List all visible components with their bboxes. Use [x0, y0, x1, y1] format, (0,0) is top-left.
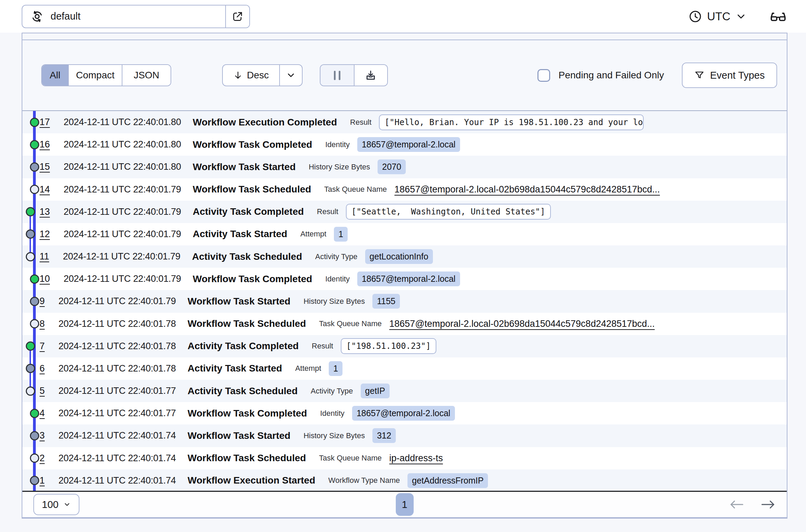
pagination-bar: 100 1: [22, 492, 787, 517]
pager-arrows: [729, 499, 776, 510]
event-status-dot: [30, 319, 39, 329]
event-id-link[interactable]: 8: [40, 319, 45, 329]
event-row[interactable]: 32024-12-11 UTC 22:40:01.74Workflow Task…: [22, 424, 787, 447]
event-row[interactable]: 112024-12-11 UTC 22:40:01.79Activity Tas…: [22, 245, 787, 268]
event-detail-chip: 1155: [372, 294, 400, 309]
previous-page-button[interactable]: [729, 499, 744, 510]
event-status-dot: [30, 185, 39, 194]
event-id-link[interactable]: 15: [40, 162, 50, 172]
event-detail-label: Task Queue Name: [324, 185, 387, 194]
event-detail-chip: 1: [329, 361, 342, 376]
event-row[interactable]: 22024-12-11 UTC 22:40:01.74Workflow Task…: [22, 447, 787, 469]
event-result-box: ["Hello, Brian. Your IP is 198.51.100.23…: [379, 114, 644, 130]
task-queue-link[interactable]: 18657@temporal-2.local-02b698da15044c579…: [394, 184, 660, 195]
event-row[interactable]: 132024-12-11 UTC 22:40:01.79Activity Tas…: [22, 201, 787, 223]
event-row[interactable]: 162024-12-11 UTC 22:40:01.80Workflow Tas…: [22, 133, 787, 156]
event-types-filter-button[interactable]: Event Types: [682, 63, 777, 88]
event-row[interactable]: 102024-12-11 UTC 22:40:01.79Workflow Tas…: [22, 268, 787, 290]
event-history-toolbar: All Compact JSON Desc: [22, 40, 787, 111]
event-detail-chip: 312: [372, 428, 396, 443]
event-id-link[interactable]: 11: [40, 251, 49, 262]
timezone-selector[interactable]: UTC: [688, 10, 747, 23]
namespace-switcher[interactable]: default: [22, 5, 250, 28]
event-name: Activity Task Completed: [187, 341, 298, 352]
event-id-link[interactable]: 6: [40, 363, 45, 374]
event-detail-label: Activity Type: [315, 252, 358, 261]
download-history-button[interactable]: [354, 65, 387, 86]
event-timestamp: 2024-12-11 UTC 22:40:01.78: [58, 341, 176, 352]
event-timestamp: 2024-12-11 UTC 22:40:01.80: [64, 139, 181, 150]
event-row[interactable]: 142024-12-11 UTC 22:40:01.79Workflow Tas…: [22, 178, 787, 201]
event-timestamp: 2024-12-11 UTC 22:40:01.77: [58, 386, 176, 396]
arrow-down-icon: [233, 70, 243, 80]
event-detail-label: Result: [350, 118, 371, 127]
page-size-select[interactable]: 100: [33, 494, 79, 515]
sort-order-dropdown[interactable]: [279, 65, 302, 86]
event-id-link[interactable]: 7: [40, 341, 45, 352]
panel-top-strip: [22, 33, 787, 40]
event-id-link[interactable]: 2: [40, 453, 45, 464]
view-mode-all[interactable]: All: [42, 65, 68, 86]
view-mode-json[interactable]: JSON: [122, 65, 171, 86]
event-detail-label: Identity: [325, 275, 350, 284]
event-status-dot: [30, 431, 39, 440]
event-id-link[interactable]: 9: [40, 296, 45, 307]
event-row[interactable]: 122024-12-11 UTC 22:40:01.79Activity Tas…: [22, 223, 787, 245]
event-row[interactable]: 82024-12-11 UTC 22:40:01.78Workflow Task…: [22, 313, 787, 335]
view-mode-switcher: All Compact JSON: [41, 64, 171, 86]
event-status-dot: [30, 118, 39, 127]
event-status-dot: [26, 252, 35, 261]
pending-failed-checkbox[interactable]: [537, 69, 550, 82]
event-detail-label: Identity: [320, 409, 345, 418]
event-detail-label: Activity Type: [311, 387, 353, 396]
event-row[interactable]: 72024-12-11 UTC 22:40:01.78Activity Task…: [22, 335, 787, 357]
event-id-link[interactable]: 14: [40, 184, 50, 195]
filter-funnel-icon: [694, 70, 705, 80]
event-row[interactable]: 42024-12-11 UTC 22:40:01.77Workflow Task…: [22, 402, 787, 424]
sort-order-button[interactable]: Desc: [223, 65, 279, 86]
event-detail-chip: 2070: [378, 159, 406, 174]
event-row[interactable]: 172024-12-11 UTC 22:40:01.80Workflow Exe…: [22, 111, 787, 133]
event-status-dot: [30, 297, 39, 306]
chevron-down-icon: [735, 11, 747, 22]
next-page-button[interactable]: [761, 499, 776, 510]
event-timestamp: 2024-12-11 UTC 22:40:01.79: [64, 207, 181, 217]
event-status-dot: [30, 274, 39, 284]
event-detail-label: Workflow Type Name: [328, 476, 400, 485]
event-row[interactable]: 12024-12-11 UTC 22:40:01.74Workflow Exec…: [22, 469, 787, 492]
open-namespace-button[interactable]: [225, 5, 249, 27]
event-timestamp: 2024-12-11 UTC 22:40:01.80: [64, 162, 181, 172]
event-name: Workflow Execution Started: [187, 475, 315, 486]
chevron-down-icon: [286, 70, 296, 80]
event-id-link[interactable]: 3: [40, 430, 45, 441]
current-page-indicator[interactable]: 1: [396, 493, 414, 516]
view-mode-compact[interactable]: Compact: [68, 65, 122, 86]
namespace-select[interactable]: default: [22, 5, 225, 27]
event-row[interactable]: 62024-12-11 UTC 22:40:01.78Activity Task…: [22, 357, 787, 380]
pending-failed-label: Pending and Failed Only: [558, 70, 664, 81]
event-id-link[interactable]: 13: [40, 207, 50, 217]
event-id-link[interactable]: 12: [40, 229, 50, 240]
event-row[interactable]: 52024-12-11 UTC 22:40:01.77Activity Task…: [22, 380, 787, 402]
event-detail-chip: 18657@temporal-2.local: [352, 406, 455, 421]
event-id-link[interactable]: 17: [40, 117, 50, 128]
event-name: Activity Task Started: [193, 229, 287, 240]
event-id-link[interactable]: 1: [40, 475, 45, 486]
event-name: Workflow Task Completed: [193, 274, 312, 285]
labs-mode-button[interactable]: [770, 8, 787, 25]
event-detail-chip: getAddressFromIP: [407, 473, 488, 488]
page-size-value: 100: [42, 499, 58, 510]
event-id-link[interactable]: 5: [40, 386, 45, 396]
event-id-link[interactable]: 16: [40, 139, 50, 150]
event-row[interactable]: 92024-12-11 UTC 22:40:01.79Workflow Task…: [22, 290, 787, 312]
event-id-link[interactable]: 4: [40, 408, 45, 419]
event-id-link[interactable]: 10: [40, 274, 50, 284]
namespace-name: default: [51, 11, 80, 22]
event-result-box: ["Seattle, Washington, United States"]: [346, 204, 551, 220]
pause-updates-button[interactable]: [320, 65, 354, 86]
event-status-dot: [30, 140, 39, 149]
event-row[interactable]: 152024-12-11 UTC 22:40:01.80Workflow Tas…: [22, 156, 787, 178]
task-queue-link[interactable]: ip-address-ts: [389, 453, 443, 464]
event-status-dot: [30, 409, 39, 418]
task-queue-link[interactable]: 18657@temporal-2.local-02b698da15044c579…: [389, 319, 655, 329]
